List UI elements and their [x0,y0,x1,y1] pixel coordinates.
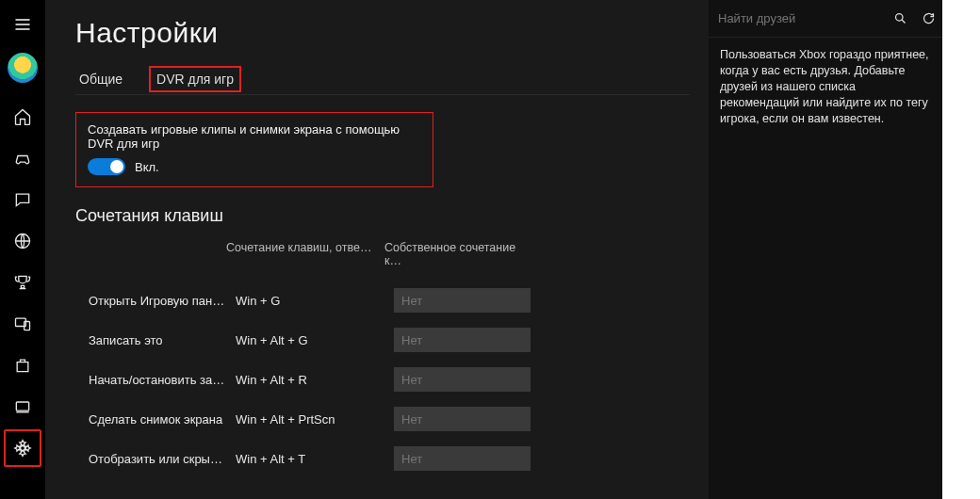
shortcut-default: Win + G [236,294,384,308]
shortcut-name: Открыть Игровую пан… [89,294,226,308]
shortcut-row: Начать/остановить зап… Win + Alt + R [75,360,690,399]
devices-icon[interactable] [4,305,41,343]
friends-search-input[interactable] [709,11,886,25]
tab-dvr[interactable]: DVR для игр [153,70,237,89]
shortcut-custom-input[interactable] [394,407,531,431]
dvr-toggle-section: Создавать игровые клипы и снимки экрана … [75,112,433,187]
controller-icon[interactable] [4,139,41,177]
shortcut-default: Win + Alt + PrtScn [236,412,384,427]
dvr-toggle-label: Вкл. [135,160,159,174]
connect-icon[interactable] [4,388,41,426]
shortcuts-title: Сочетания клавиш [75,206,690,226]
tab-general[interactable]: Общие [75,70,126,89]
shortcut-name: Отобразить или скрыт… [89,452,226,466]
svg-point-9 [895,14,903,22]
shortcut-row: Записать это Win + Alt + G [75,320,690,360]
trophy-icon[interactable] [4,264,41,301]
main-content: Настройки Общие DVR для игр Создавать иг… [45,0,709,499]
page-edge [942,0,980,499]
shortcut-name: Записать это [89,333,226,347]
friends-search-row [709,0,942,38]
friends-empty-text: Пользоваться Xbox гораздо приятнее, когд… [709,38,942,136]
friends-panel: Пользоваться Xbox гораздо приятнее, когд… [709,0,942,499]
shortcuts-header: Сочетание клавиш, отве… Собственное соче… [75,241,690,267]
nav-sidebar [0,0,45,499]
shortcut-row: Отобразить или скрыт… Win + Alt + T [75,439,690,478]
avatar[interactable] [8,53,38,83]
shortcut-custom-input[interactable] [394,288,531,313]
shortcut-row: Открыть Игровую пан… Win + G [75,281,690,320]
shortcut-default: Win + Alt + T [236,452,384,466]
toggle-knob [110,160,123,173]
refresh-icon[interactable] [914,0,942,38]
shortcut-custom-input[interactable] [394,446,531,471]
home-icon[interactable] [4,98,41,136]
hamburger-icon[interactable] [4,6,41,43]
dvr-description: Создавать игровые клипы и снимки экрана … [88,122,421,151]
page-title: Настройки [75,17,690,49]
globe-icon[interactable] [4,222,41,260]
shortcut-custom-input[interactable] [394,328,531,352]
shortcut-row: Сделать снимок экрана Win + Alt + PrtScn [75,399,690,439]
col-default-shortcut: Сочетание клавиш, отве… [226,241,375,267]
svg-rect-6 [16,402,28,410]
dvr-toggle-row: Вкл. [88,158,421,175]
shortcut-name: Начать/остановить зап… [89,373,226,387]
shortcut-default: Win + Alt + G [236,333,384,347]
shortcut-default: Win + Alt + R [236,373,384,387]
dvr-toggle[interactable] [88,158,125,175]
shortcut-custom-input[interactable] [394,367,531,392]
store-icon[interactable] [4,346,41,384]
col-custom-shortcut: Собственное сочетание к… [384,241,521,267]
tabs-row: Общие DVR для игр [75,70,690,95]
shortcut-name: Сделать снимок экрана [89,412,226,427]
settings-icon[interactable] [4,429,41,467]
chat-icon[interactable] [4,181,41,218]
search-icon[interactable] [886,0,914,38]
svg-line-10 [902,20,905,23]
